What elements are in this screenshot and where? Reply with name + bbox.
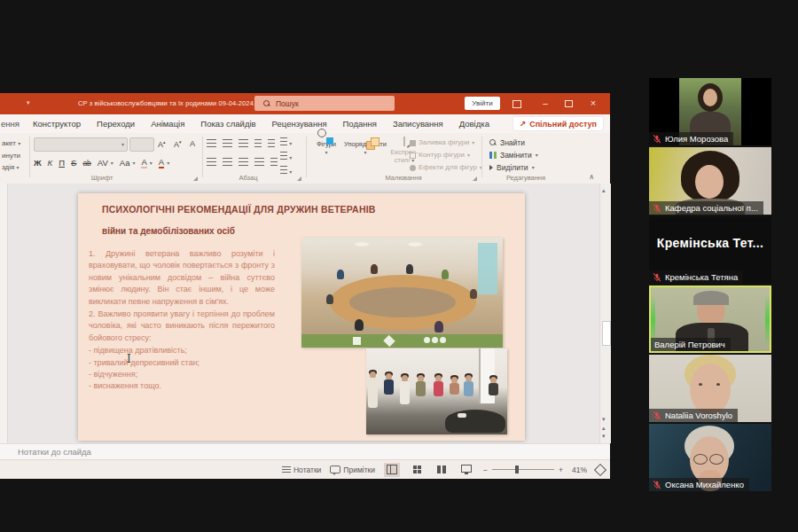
tab-design[interactable]: Конструктор xyxy=(25,119,89,129)
font-size-select[interactable] xyxy=(129,137,154,152)
tab-view[interactable]: Подання xyxy=(335,119,385,129)
tab-cut[interactable]: ення xyxy=(0,119,25,129)
shape-effects-button[interactable]: Ефекти для фігур ▾ xyxy=(410,161,482,174)
previous-slide-icon[interactable]: ▴ xyxy=(602,425,606,432)
list-buttons[interactable] xyxy=(207,139,275,147)
qat-dropdown-icon[interactable]: ▾ xyxy=(27,99,30,106)
clear-formatting-button[interactable]: A xyxy=(190,139,195,148)
zoom-slider[interactable] xyxy=(492,469,554,470)
shape-fill-button[interactable]: Заливка фігури ▾ xyxy=(410,137,482,149)
shapes-button[interactable]: Фігури▾ xyxy=(310,137,342,156)
font-name-select[interactable]: ▾ xyxy=(34,137,128,152)
slide-sorter-view-button[interactable] xyxy=(409,463,425,477)
highlight-color-button[interactable]: A xyxy=(141,157,146,168)
arrange-button[interactable]: Упорядкувати▾ xyxy=(344,137,387,156)
ribbon: акет ▾ инути здія ▾ ▾ A▴ A▾ A Ж К П S ab… xyxy=(0,133,610,184)
notes-icon xyxy=(282,466,291,473)
normal-view-icon xyxy=(387,465,397,474)
search-box[interactable]: Пошук xyxy=(254,96,395,111)
slide-bullet: - відчуження; xyxy=(89,369,275,380)
reading-view-button[interactable] xyxy=(434,463,450,477)
slideshow-view-button[interactable] xyxy=(458,463,474,477)
zoom-control[interactable]: − + xyxy=(483,466,563,474)
replace-icon xyxy=(489,152,497,159)
slide[interactable]: ПСИХОЛОГІЧНІ РЕКОМЕНДАЦІЇ ДЛЯ ДРУЖИН ВЕТ… xyxy=(78,193,525,441)
tab-help[interactable]: Довідка xyxy=(451,119,497,129)
text-direction-buttons[interactable]: ▾ ▾ ▾ xyxy=(280,137,292,179)
grow-font-button[interactable]: A▴ xyxy=(158,139,166,149)
search-placeholder: Пошук xyxy=(276,99,299,108)
character-spacing-button[interactable]: AV xyxy=(98,158,108,168)
normal-view-button[interactable] xyxy=(384,463,400,477)
slide-bullet: - виснаження тощо. xyxy=(89,380,275,392)
close-button[interactable]: × xyxy=(583,97,603,111)
shadow-button[interactable]: ab xyxy=(82,159,90,168)
slide-subtitle[interactable]: війни та демобілізованих осіб xyxy=(102,226,235,236)
sign-in-button[interactable]: Увійти xyxy=(465,97,500,110)
notes-pane[interactable]: Нотатки до слайда xyxy=(0,443,610,459)
replace-button[interactable]: Замінити ▾ xyxy=(489,149,538,161)
participant-tile[interactable]: Nataliia Voroshylo xyxy=(649,355,771,422)
search-icon xyxy=(263,100,270,107)
zoom-in-icon[interactable]: + xyxy=(559,466,563,474)
thumbnail-pane-sliver[interactable] xyxy=(0,184,8,443)
participant-tile-active-speaker[interactable]: Валерій Петрович xyxy=(649,286,771,353)
participant-tile[interactable]: Кремінська Тет... Кремінська Тетяна xyxy=(649,216,771,284)
zoom-out-icon[interactable]: − xyxy=(483,466,488,474)
underline-button[interactable]: П xyxy=(59,158,65,168)
dialog-launcher-icon[interactable] xyxy=(193,176,198,181)
scroll-up-icon[interactable]: ▴ xyxy=(602,187,606,194)
tab-record[interactable]: Записування xyxy=(385,119,451,129)
bold-button[interactable]: Ж xyxy=(34,158,42,168)
participant-tile[interactable]: Юлия Морозова xyxy=(649,78,771,145)
tab-slideshow[interactable]: Показ слайдів xyxy=(192,119,263,129)
zoom-level[interactable]: 41% xyxy=(572,466,587,474)
minimize-button[interactable]: – xyxy=(536,97,555,111)
slide-paragraph: 1. Дружині ветерана важливо розуміти і в… xyxy=(89,248,275,308)
collapse-ribbon-icon[interactable]: ∧ xyxy=(589,173,594,181)
scrollbar-thumb[interactable] xyxy=(602,321,611,346)
tab-transitions[interactable]: Переходи xyxy=(89,119,143,129)
text-cursor-icon: I xyxy=(127,353,131,365)
participant-name-label: Nataliia Voroshylo xyxy=(649,409,738,422)
find-button[interactable]: Знайти xyxy=(489,137,538,149)
slide-photo-group-session[interactable] xyxy=(366,348,507,434)
shape-outline-button[interactable]: Контур фігури ▾ xyxy=(410,149,482,161)
slide-sorter-icon xyxy=(413,466,421,473)
participant-tile[interactable]: Оксана Михайленко xyxy=(649,424,771,491)
tab-review[interactable]: Рецензування xyxy=(264,119,335,129)
participant-tile[interactable]: Кафедра соціальної п... xyxy=(649,147,771,215)
zoom-slider-thumb[interactable] xyxy=(515,466,519,473)
logo-strip xyxy=(301,334,503,348)
shrink-font-button[interactable]: A▾ xyxy=(174,139,182,149)
fit-slide-to-window-icon[interactable] xyxy=(594,463,606,475)
notes-toggle-button[interactable]: Нотатки xyxy=(282,466,321,474)
scroll-down-icon[interactable]: ▾ xyxy=(602,416,606,423)
tab-animations[interactable]: Анімація xyxy=(143,119,192,129)
comments-toggle-button[interactable]: Примітки xyxy=(330,466,375,474)
slide-photo-meeting-room[interactable] xyxy=(301,238,503,348)
change-case-button[interactable]: Aa xyxy=(120,158,130,168)
italic-button[interactable]: К xyxy=(48,158,53,168)
muted-mic-icon xyxy=(653,135,661,144)
slide-bullet: - тривалий депресивний стан; xyxy=(89,357,275,369)
vertical-scrollbar[interactable]: ▴ ▾ ▴ ▾ xyxy=(599,184,611,443)
slide-body-text[interactable]: 1. Дружині ветерана важливо розуміти і в… xyxy=(89,248,275,393)
font-color-button[interactable]: A xyxy=(159,157,164,168)
strikethrough-button[interactable]: S xyxy=(71,158,76,168)
cut-ribbon-labels: акет ▾ инути здія ▾ xyxy=(2,137,20,174)
slide-canvas-area: ПСИХОЛОГІЧНІ РЕКОМЕНДАЦІЇ ДЛЯ ДРУЖИН ВЕТ… xyxy=(0,184,599,443)
slide-bullet: - підвищена дратівливість; xyxy=(89,345,275,356)
align-buttons[interactable] xyxy=(207,158,278,166)
dialog-launcher-icon[interactable] xyxy=(473,176,477,181)
share-button[interactable]: ↗ Спільний доступ xyxy=(513,117,603,130)
next-slide-icon[interactable]: ▾ xyxy=(602,433,606,440)
select-button[interactable]: Виділити ▾ xyxy=(489,161,538,174)
ribbon-display-options-icon[interactable] xyxy=(507,97,527,111)
restore-button[interactable] xyxy=(559,97,578,111)
find-icon xyxy=(489,139,497,146)
powerpoint-window: ▾ СР з військовослужбовцями та їх родина… xyxy=(0,93,610,479)
dialog-launcher-icon[interactable] xyxy=(297,176,301,181)
participant-name-label: Оксана Михайленко xyxy=(649,478,749,491)
slide-title[interactable]: ПСИХОЛОГІЧНІ РЕКОМЕНДАЦІЇ ДЛЯ ДРУЖИН ВЕТ… xyxy=(102,204,510,215)
